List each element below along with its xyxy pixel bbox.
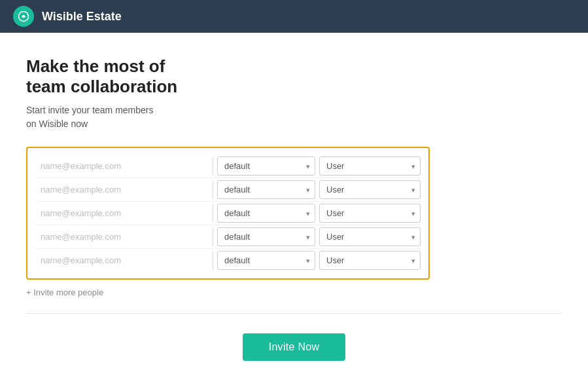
role-select-2[interactable]: User Admin Viewer: [319, 180, 421, 199]
email-input-2[interactable]: [35, 181, 209, 198]
role-select-4[interactable]: User Admin Viewer: [319, 227, 421, 246]
email-cell-1: [35, 157, 209, 175]
invite-row: default workspace1 workspace2 User Admin…: [35, 177, 421, 201]
workspace-select-wrap-1: default workspace1 workspace2: [217, 157, 315, 176]
workspace-select-wrap-3: default workspace1 workspace2: [217, 204, 315, 223]
separator: [213, 181, 213, 199]
role-select-3[interactable]: User Admin Viewer: [319, 204, 421, 223]
app-header: Wisible Estate: [0, 0, 588, 33]
invite-form-container: default workspace1 workspace2 User Admin…: [26, 147, 430, 280]
invite-row: default workspace1 workspace2 User Admin…: [35, 248, 421, 272]
separator: [213, 228, 213, 246]
email-input-3[interactable]: [35, 204, 209, 222]
divider: [26, 313, 562, 314]
workspace-select-wrap-4: default workspace1 workspace2: [217, 227, 315, 246]
invite-row: default workspace1 workspace2 User Admin…: [35, 201, 421, 225]
page-title: Make the most of team collaboration: [26, 56, 562, 97]
button-area: Invite Now: [26, 333, 562, 361]
email-cell-4: [35, 228, 209, 246]
role-select-1[interactable]: User Admin Viewer: [319, 157, 421, 176]
email-input-4[interactable]: [35, 228, 209, 246]
page-subtitle: Start invite your team members on Wisibl…: [26, 103, 562, 131]
workspace-select-3[interactable]: default workspace1 workspace2: [217, 204, 315, 223]
workspace-select-wrap-2: default workspace1 workspace2: [217, 180, 315, 199]
app-logo: [13, 6, 34, 27]
invite-now-button[interactable]: Invite Now: [243, 333, 346, 361]
email-cell-3: [35, 204, 209, 222]
email-input-1[interactable]: [35, 157, 209, 175]
invite-more-link[interactable]: + Invite more people: [26, 285, 103, 300]
app-title: Wisible Estate: [42, 10, 122, 24]
workspace-select-4[interactable]: default workspace1 workspace2: [217, 227, 315, 246]
invite-row: default workspace1 workspace2 User Admin…: [35, 155, 421, 177]
separator: [213, 157, 213, 176]
workspace-select-5[interactable]: default workspace1 workspace2: [217, 251, 315, 270]
invite-rows: default workspace1 workspace2 User Admin…: [35, 155, 421, 272]
workspace-select-1[interactable]: default workspace1 workspace2: [217, 157, 315, 176]
separator: [213, 204, 213, 223]
role-select-wrap-4: User Admin Viewer: [319, 227, 421, 246]
email-cell-5: [35, 251, 209, 269]
role-select-5[interactable]: User Admin Viewer: [319, 251, 421, 270]
invite-row: default workspace1 workspace2 User Admin…: [35, 225, 421, 248]
email-input-5[interactable]: [35, 251, 209, 269]
role-select-wrap-2: User Admin Viewer: [319, 180, 421, 199]
role-select-wrap-1: User Admin Viewer: [319, 157, 421, 176]
separator: [213, 251, 213, 270]
main-content: Make the most of team collaboration Star…: [0, 33, 588, 372]
email-cell-2: [35, 181, 209, 198]
workspace-select-wrap-5: default workspace1 workspace2: [217, 251, 315, 270]
role-select-wrap-3: User Admin Viewer: [319, 204, 421, 223]
workspace-select-2[interactable]: default workspace1 workspace2: [217, 180, 315, 199]
role-select-wrap-5: User Admin Viewer: [319, 251, 421, 270]
